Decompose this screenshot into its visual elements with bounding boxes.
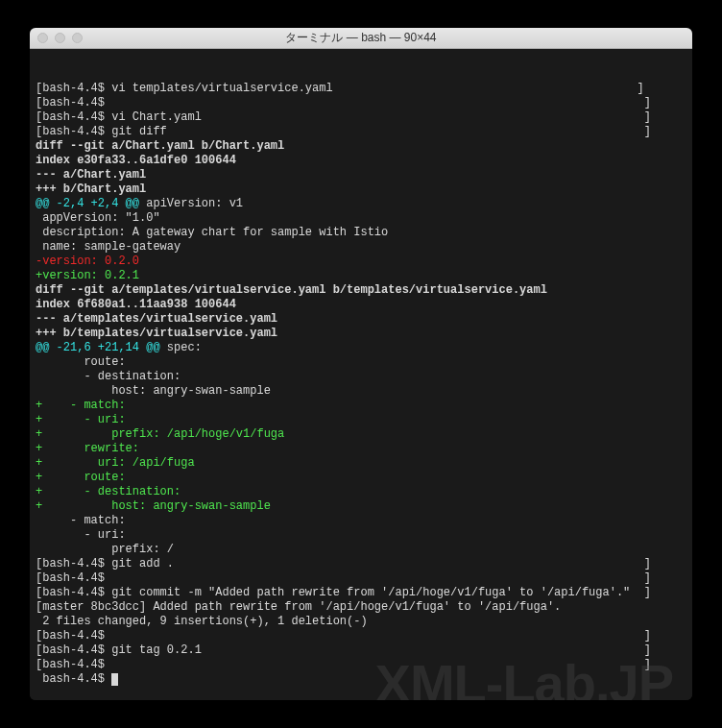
- terminal-prompt: bash-4.4$: [36, 672, 111, 686]
- titlebar[interactable]: ターミナル — bash — 90×44: [30, 28, 692, 49]
- terminal-line: [bash-4.4$ vi Chart.yaml ]: [36, 110, 686, 125]
- terminal-line: @@ -21,6 +21,14 @@ spec:: [36, 341, 686, 355]
- terminal-line: -version: 0.2.0: [36, 255, 686, 269]
- terminal-line: route:: [36, 355, 686, 370]
- terminal-line: - uri:: [36, 528, 686, 543]
- terminal-line: diff --git a/templates/virtualservice.ya…: [36, 283, 686, 298]
- terminal-line: [bash-4.4$ ]: [36, 658, 686, 672]
- terminal-line: [bash-4.4$ git commit -m "Added path rew…: [36, 586, 686, 600]
- terminal-line: prefix: /: [36, 543, 686, 557]
- terminal-line: @@ -2,4 +2,4 @@ apiVersion: v1: [36, 197, 686, 211]
- terminal-line: + host: angry-swan-sample: [36, 499, 686, 514]
- terminal-content[interactable]: [bash-4.4$ vi templates/virtualservice.y…: [30, 49, 692, 700]
- terminal-line: [bash-4.4$ ]: [36, 96, 686, 110]
- terminal-line: + route:: [36, 471, 686, 485]
- terminal-line: +++ b/templates/virtualservice.yaml: [36, 327, 686, 341]
- maximize-icon[interactable]: [72, 33, 83, 43]
- terminal-line: +++ b/Chart.yaml: [36, 182, 686, 197]
- terminal-line: [bash-4.4$ ]: [36, 571, 686, 586]
- close-icon[interactable]: [37, 33, 48, 43]
- cursor-icon: [111, 673, 118, 686]
- terminal-line: index e30fa33..6a1dfe0 100644: [36, 154, 686, 168]
- terminal-prompt-line[interactable]: bash-4.4$: [36, 672, 686, 687]
- minimize-icon[interactable]: [55, 33, 65, 43]
- terminal-line: - match:: [36, 514, 686, 528]
- terminal-line: [bash-4.4$ git tag 0.2.1 ]: [36, 643, 686, 658]
- terminal-line: --- a/templates/virtualservice.yaml: [36, 312, 686, 327]
- terminal-line: + prefix: /api/hoge/v1/fuga: [36, 427, 686, 442]
- terminal-line: description: A gateway chart for sample …: [36, 226, 686, 240]
- terminal-line: appVersion: "1.0": [36, 211, 686, 226]
- terminal-line: [bash-4.4$ git diff ]: [36, 125, 686, 139]
- terminal-line: + rewrite:: [36, 442, 686, 456]
- terminal-line: [bash-4.4$ vi templates/virtualservice.y…: [36, 82, 686, 96]
- terminal-line: index 6f680a1..11aa938 100644: [36, 298, 686, 312]
- terminal-line: diff --git a/Chart.yaml b/Chart.yaml: [36, 139, 686, 154]
- terminal-line: + - uri:: [36, 413, 686, 427]
- terminal-line: [bash-4.4$ git add . ]: [36, 557, 686, 571]
- terminal-line: host: angry-swan-sample: [36, 384, 686, 399]
- terminal-line: +version: 0.2.1: [36, 269, 686, 283]
- terminal-line: + uri: /api/fuga: [36, 456, 686, 471]
- terminal-line: - destination:: [36, 370, 686, 384]
- terminal-line: name: sample-gateway: [36, 240, 686, 255]
- traffic-lights: [37, 33, 83, 43]
- terminal-line: + - match:: [36, 399, 686, 413]
- window-title: ターミナル — bash — 90×44: [30, 30, 692, 46]
- terminal-window: ターミナル — bash — 90×44 [bash-4.4$ vi templ…: [30, 28, 692, 700]
- terminal-line: + - destination:: [36, 485, 686, 499]
- terminal-line: 2 files changed, 9 insertions(+), 1 dele…: [36, 615, 686, 629]
- terminal-line: --- a/Chart.yaml: [36, 168, 686, 182]
- terminal-line: [master 8bc3dcc] Added path rewrite from…: [36, 600, 686, 615]
- terminal-line: [bash-4.4$ ]: [36, 629, 686, 643]
